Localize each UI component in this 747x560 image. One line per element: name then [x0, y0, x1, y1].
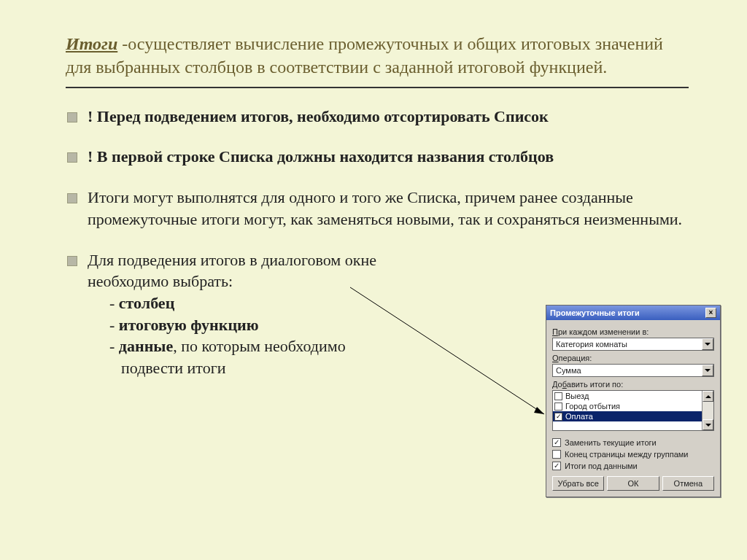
checkbox-replace[interactable]: ✓Заменить текущие итоги [552, 438, 714, 447]
dialog-title: Промежуточные итоги [550, 308, 640, 317]
chevron-down-icon[interactable] [702, 365, 713, 376]
cancel-button[interactable]: Отмена [662, 476, 714, 491]
scrollbar[interactable] [702, 391, 713, 430]
list-item[interactable]: Город отбытия [553, 401, 713, 411]
combo-operation[interactable]: Сумма [552, 364, 714, 377]
close-button[interactable]: × [705, 308, 716, 318]
checkbox-icon[interactable] [554, 402, 562, 411]
slide-title: Итоги -осуществляет вычисление промежуто… [66, 32, 689, 79]
chevron-down-icon[interactable] [702, 338, 713, 350]
checkbox-icon[interactable] [554, 392, 562, 400]
list-item: ! В первой строке Списка должны находитс… [66, 146, 689, 168]
scroll-up-icon[interactable] [703, 391, 713, 402]
list-item[interactable]: Выезд [553, 391, 713, 401]
label-change: При каждом изменении в: [552, 327, 714, 336]
title-keyword: Итоги [66, 34, 117, 53]
list-item[interactable]: ✓Оплата [553, 411, 713, 421]
checkbox-icon[interactable]: ✓ [554, 413, 562, 421]
list-item: ! Перед подведением итогов, необходимо о… [66, 106, 689, 128]
combo-change[interactable]: Категория комнаты [552, 338, 714, 351]
title-divider [66, 87, 689, 88]
scroll-down-icon[interactable] [703, 419, 713, 430]
add-totals-listbox[interactable]: Выезд Город отбытия ✓Оплата [552, 390, 714, 431]
svg-marker-1 [534, 407, 544, 414]
dialog-titlebar[interactable]: Промежуточные итоги × [546, 306, 720, 320]
checkbox-pagebreak[interactable]: Конец страницы между группами [552, 450, 714, 459]
subtotals-dialog: Промежуточные итоги × При каждом изменен… [546, 305, 721, 497]
checkbox-below[interactable]: ✓Итоги под данными [552, 462, 714, 470]
label-add: Добавить итоги по: [552, 380, 714, 389]
list-item: Итоги могут выполнятся для одного и того… [66, 187, 689, 230]
ok-button[interactable]: ОК [607, 476, 659, 491]
remove-all-button[interactable]: Убрать все [552, 476, 604, 491]
label-operation: Операция: [552, 354, 714, 362]
title-rest: -осуществляет вычисление промежуточных и… [66, 34, 663, 77]
